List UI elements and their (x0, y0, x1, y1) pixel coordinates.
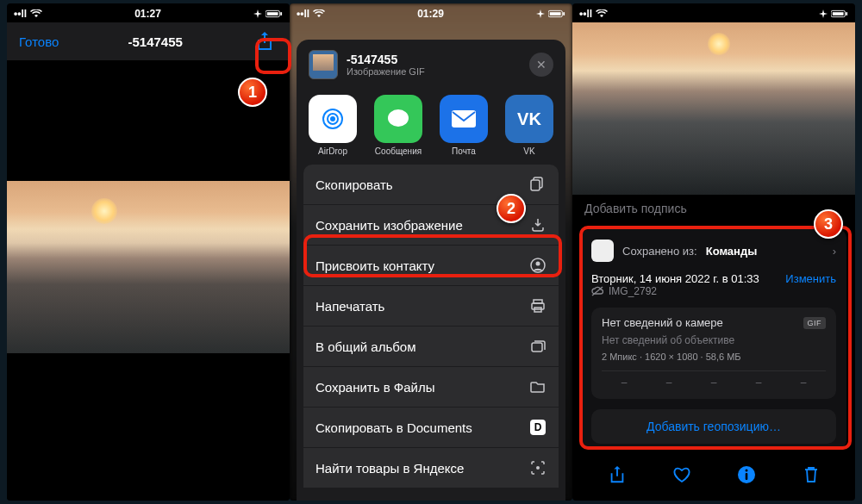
share-icon (256, 31, 273, 52)
file-thumbnail (309, 50, 338, 79)
share-apps-row: AirDrop Сообщения Почта VKVK (297, 90, 565, 165)
delete-button[interactable] (798, 465, 824, 484)
svg-point-14 (536, 262, 540, 266)
favorite-button[interactable] (669, 466, 695, 483)
format-badge: GIF (803, 317, 827, 329)
share-filename: -5147455 (347, 53, 521, 66)
airdrop-icon (309, 95, 357, 143)
trash-icon (803, 465, 819, 484)
status-time: 01:27 (134, 8, 161, 20)
info-panel: Сохранено из: Команды › Вторник, 14 июня… (581, 229, 846, 449)
share-button[interactable] (604, 465, 630, 484)
share-app-airdrop[interactable]: AirDrop (300, 95, 365, 156)
svg-point-8 (330, 116, 335, 121)
action-copy-documents[interactable]: Скопировать в DocumentsD (303, 408, 559, 448)
svg-point-25 (745, 470, 747, 472)
status-time: 01:29 (417, 8, 444, 20)
heart-icon (672, 466, 691, 483)
photo-datetime: Вторник, 14 июня 2022 г. в 01:33 (591, 272, 759, 285)
status-bar: ••ll (572, 3, 855, 22)
svg-point-9 (388, 109, 409, 127)
share-filetype: Изображение GIF (347, 66, 521, 77)
svg-rect-26 (745, 473, 747, 480)
phone-info: ••ll Добавить подпись Сохранено из: Кома… (572, 3, 855, 501)
contact-icon (529, 258, 547, 273)
svg-rect-10 (452, 110, 476, 128)
action-shared-album[interactable]: В общий альбом (303, 327, 559, 367)
add-location-button[interactable]: Добавить геопозицию… (591, 409, 836, 444)
copy-icon (529, 177, 547, 192)
svg-rect-21 (833, 12, 844, 16)
svg-rect-4 (550, 12, 561, 16)
chevron-right-icon: › (833, 245, 836, 258)
caption-field[interactable]: Добавить подпись (584, 202, 687, 215)
action-print[interactable]: Напечатать (303, 286, 559, 327)
svg-rect-12 (531, 180, 540, 190)
share-app-vk[interactable]: VKVK (497, 95, 562, 156)
share-icon (609, 465, 626, 484)
file-title: -5147455 (128, 34, 182, 49)
folder-icon (529, 380, 547, 394)
svg-rect-2 (280, 12, 282, 16)
svg-rect-22 (846, 12, 847, 16)
yandex-lens-icon (529, 460, 547, 476)
share-sheet: -5147455 Изображение GIF ✕ AirDrop Сообщ… (297, 40, 565, 501)
phone-preview: ••ll 01:27 Готово -5147455 (7, 3, 290, 501)
edit-date-button[interactable]: Изменить (785, 272, 836, 285)
action-assign-contact[interactable]: Присвоить контакту (303, 246, 559, 286)
info-icon (737, 465, 756, 484)
preview-area (7, 60, 290, 501)
share-actions-list: Скопировать Сохранить изображение Присво… (297, 165, 565, 488)
camera-info-box: Нет сведений о камереGIF Нет сведений об… (591, 308, 836, 399)
action-save-files[interactable]: Сохранить в Файлы (303, 367, 559, 408)
shortcuts-app-icon (591, 240, 614, 262)
svg-point-19 (536, 466, 540, 470)
action-save-image[interactable]: Сохранить изображение (303, 205, 559, 246)
svg-rect-16 (532, 303, 544, 309)
svg-rect-1 (267, 12, 278, 16)
close-icon: ✕ (536, 58, 547, 72)
nav-bar: Готово -5147455 (7, 22, 290, 60)
close-button[interactable]: ✕ (529, 53, 553, 77)
share-button[interactable] (252, 28, 278, 54)
messages-icon (374, 95, 422, 143)
cloud-off-icon (591, 286, 603, 296)
status-bar: ••ll 01:29 (290, 3, 572, 22)
action-copy[interactable]: Скопировать (303, 165, 559, 205)
bottom-toolbar (572, 456, 855, 494)
svg-rect-5 (563, 12, 565, 16)
saved-from-row[interactable]: Сохранено из: Команды › (591, 240, 836, 262)
shared-album-icon (529, 339, 547, 354)
phone-share-sheet: ••ll 01:29 -5147455 Изображение GIF ✕ Ai… (290, 3, 572, 501)
status-bar: ••ll 01:27 (7, 3, 290, 22)
exif-row: ––––– (602, 370, 826, 390)
mail-icon (440, 95, 488, 143)
vk-icon: VK (505, 95, 553, 143)
photo-preview[interactable] (572, 22, 855, 195)
svg-rect-18 (532, 343, 542, 352)
photo-filename: IMG_2792 (609, 285, 657, 297)
print-icon (529, 298, 547, 314)
share-app-messages[interactable]: Сообщения (365, 95, 431, 156)
action-yandex-goods[interactable]: Найти товары в Яндексе (303, 448, 559, 488)
share-app-mail[interactable]: Почта (431, 95, 497, 156)
preview-image (7, 181, 290, 353)
photo-meta: 2 Мпикс · 1620 × 1080 · 58,6 МБ (602, 352, 826, 362)
info-button[interactable] (734, 465, 759, 484)
download-icon (529, 217, 547, 233)
documents-app-icon: D (529, 420, 547, 435)
done-button[interactable]: Готово (19, 34, 59, 49)
